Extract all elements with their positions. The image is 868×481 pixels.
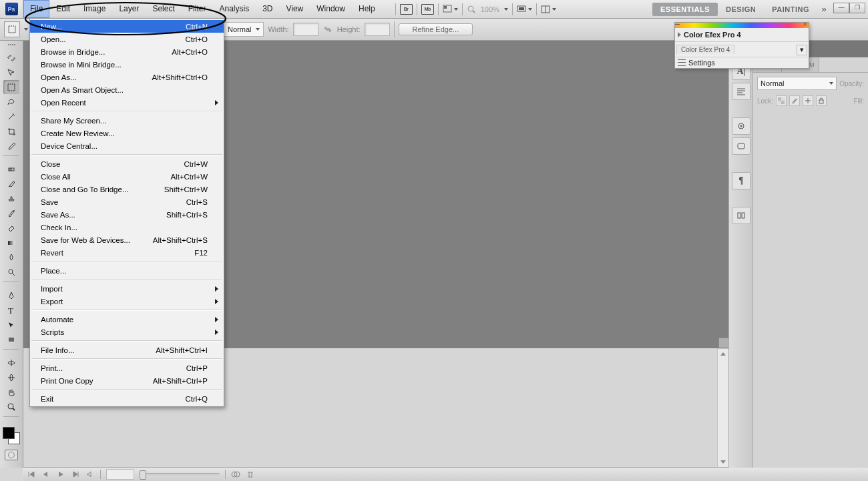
tool-clone-stamp[interactable] — [3, 191, 19, 205]
scroll-up-icon[interactable] — [718, 349, 728, 359]
tool-rect-marquee[interactable] — [3, 80, 19, 94]
bridge-icon[interactable]: Br — [400, 4, 413, 15]
tool-zoom[interactable] — [3, 400, 19, 414]
menu-item-image[interactable]: Image — [77, 0, 112, 18]
menu-item-filter[interactable]: Filter — [182, 0, 213, 18]
file-menu-item[interactable]: Export — [30, 295, 224, 308]
file-menu-item[interactable]: Close and Go To Bridge...Shift+Ctrl+W — [30, 183, 224, 195]
tool-crop[interactable] — [3, 124, 19, 138]
tool-type[interactable]: T — [3, 303, 19, 317]
panel-icon-c[interactable]: ¶ — [732, 172, 750, 189]
arrange-docs-icon[interactable] — [541, 5, 556, 13]
tool-3d-rotate[interactable] — [3, 356, 19, 370]
tool-path-select[interactable] — [3, 318, 19, 332]
plugin-panel-tab[interactable]: Color Efex Pro 4 — [676, 45, 734, 54]
scrollbar[interactable] — [717, 348, 729, 468]
file-menu-item[interactable]: Import — [30, 282, 224, 295]
file-menu-item[interactable]: Check In... — [30, 221, 224, 233]
file-menu-item[interactable]: RevertF12 — [30, 246, 224, 259]
tool-eyedropper[interactable] — [3, 139, 19, 153]
file-menu-item[interactable]: ExitCtrl+Q — [30, 392, 224, 405]
menu-item-select[interactable]: Select — [146, 0, 181, 18]
timeline-slider[interactable] — [140, 473, 220, 476]
file-menu-item[interactable]: Automate — [30, 313, 224, 326]
tool-dodge[interactable] — [3, 265, 19, 279]
options-width-input[interactable] — [293, 23, 318, 36]
plugin-panel-tab-more-icon[interactable]: ▾ — [797, 45, 807, 55]
close-icon[interactable]: × — [803, 20, 807, 28]
minimize-icon[interactable]: – — [675, 19, 680, 29]
panel-icon-a[interactable] — [732, 117, 750, 135]
file-menu-item[interactable]: Open As Smart Object... — [30, 83, 224, 96]
tool-3d-camera[interactable] — [3, 370, 19, 384]
timeline-first-frame-icon[interactable] — [27, 470, 36, 478]
options-tool-preset[interactable] — [4, 21, 20, 37]
file-menu-item[interactable]: CloseCtrl+W — [30, 157, 224, 170]
file-menu-item[interactable]: Share My Screen... — [30, 114, 224, 127]
menu-item-view[interactable]: View — [279, 0, 310, 18]
timeline-slider-knob[interactable] — [140, 470, 146, 480]
file-menu-item[interactable]: Print One CopyAlt+Shift+Ctrl+P — [30, 374, 224, 387]
blend-mode-select[interactable]: Normal — [757, 77, 837, 90]
tool-lasso[interactable] — [3, 95, 19, 109]
file-menu-item[interactable]: Browse in Mini Bridge... — [30, 58, 224, 71]
file-menu-item[interactable]: Open...Ctrl+O — [30, 33, 224, 45]
menu-item-layer[interactable]: Layer — [112, 0, 146, 18]
minimize-icon[interactable]: — — [833, 3, 849, 13]
timeline-play-icon[interactable] — [56, 470, 65, 478]
file-menu-item[interactable]: Close AllAlt+Ctrl+W — [30, 170, 224, 183]
minibridge-icon[interactable]: Mb — [421, 4, 434, 15]
plugin-panel[interactable]: – × Color Efex Pro 4 Color Efex Pro 4 ▾ … — [674, 22, 809, 69]
file-menu-item[interactable]: Place... — [30, 264, 224, 277]
tool-history-brush[interactable] — [3, 206, 19, 220]
tool-gradient[interactable] — [3, 235, 19, 250]
plugin-panel-titlebar[interactable]: – × — [675, 23, 809, 28]
tool-expand-arrow[interactable] — [3, 51, 19, 65]
file-menu-item[interactable]: Open As...Alt+Shift+Ctrl+O — [30, 71, 224, 83]
options-preset-dropdown-icon[interactable] — [24, 28, 28, 31]
file-menu-item[interactable]: Create New Review... — [30, 127, 224, 139]
screen-mode-icon[interactable] — [517, 5, 532, 13]
fg-bg-color[interactable] — [3, 427, 20, 444]
menu-item-edit[interactable]: Edit — [49, 0, 77, 18]
options-style-select[interactable]: Normal — [223, 22, 264, 37]
timeline-delete-icon[interactable] — [246, 470, 255, 478]
canvas-panel-menu-icon[interactable] — [718, 338, 729, 348]
timeline-onion-icon[interactable] — [231, 470, 240, 478]
menu-item-3d[interactable]: 3D — [256, 0, 279, 18]
tool-magic-wand[interactable] — [3, 109, 19, 123]
tool-blur[interactable] — [3, 250, 19, 264]
panel-icon-b[interactable] — [732, 137, 750, 155]
workspace-painting[interactable]: PAINTING — [764, 3, 817, 16]
lock-transparency-icon[interactable] — [776, 95, 787, 106]
palette-grabber[interactable] — [2, 44, 21, 48]
menu-item-window[interactable]: Window — [310, 0, 352, 18]
file-menu-item[interactable]: Browse in Bridge...Alt+Ctrl+O — [30, 45, 224, 58]
tool-hand[interactable] — [3, 385, 19, 399]
tool-spot-heal[interactable] — [3, 162, 19, 176]
lock-pixels-icon[interactable] — [789, 95, 800, 106]
timeline-next-frame-icon[interactable] — [71, 470, 80, 478]
tool-eraser[interactable] — [3, 221, 19, 235]
workspace-design[interactable]: DESIGN — [718, 3, 764, 16]
plugin-settings-label[interactable]: Settings — [688, 59, 715, 67]
fg-color-swatch[interactable] — [3, 427, 15, 439]
zoom-dropdown[interactable]: 100% — [467, 5, 508, 14]
workspace-essentials[interactable]: ESSENTIALS — [652, 3, 718, 16]
file-menu-item[interactable]: Open Recent — [30, 96, 224, 109]
tool-rectangle[interactable] — [3, 332, 19, 346]
paragraph-panel-icon[interactable] — [732, 83, 750, 100]
file-menu-item[interactable]: Device Central... — [30, 139, 224, 152]
file-menu-item[interactable]: File Info...Alt+Shift+Ctrl+I — [30, 344, 224, 356]
panel-icon-d[interactable] — [732, 207, 750, 224]
refine-edge-button[interactable]: Refine Edge... — [399, 23, 473, 35]
panel-disclosure-icon[interactable] — [678, 32, 681, 37]
timeline-prev-frame-icon[interactable] — [41, 470, 51, 478]
swap-wh-icon[interactable] — [322, 24, 333, 35]
workspace-more-icon[interactable]: » — [817, 4, 831, 14]
timeline-audio-icon[interactable] — [85, 470, 95, 478]
scroll-down-icon[interactable] — [718, 457, 728, 467]
tool-move[interactable] — [3, 65, 19, 79]
file-menu-item[interactable]: Save As...Shift+Ctrl+S — [30, 208, 224, 221]
options-height-input[interactable] — [365, 23, 390, 36]
